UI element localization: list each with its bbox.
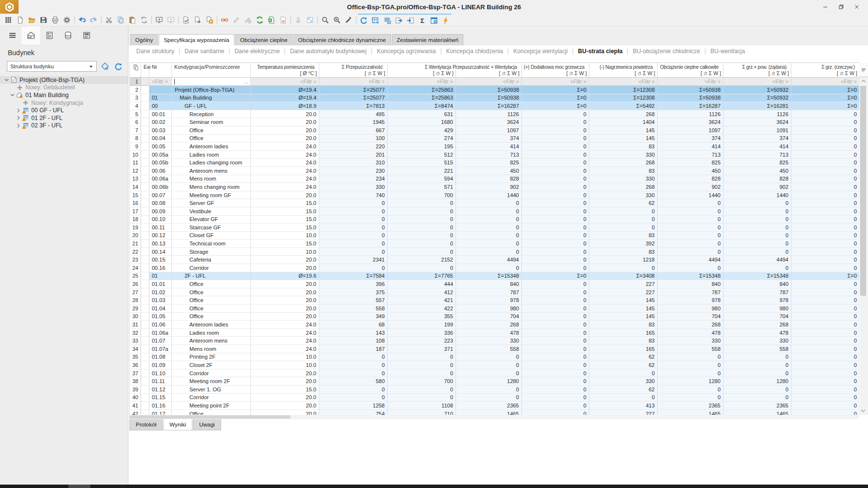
column-header[interactable]: Nr — [149, 63, 172, 78]
room-name-cell[interactable]: Mens changing room — [172, 183, 251, 191]
value-cell[interactable]: 478 — [456, 328, 522, 337]
ew-cell[interactable] — [141, 369, 149, 377]
room-name-cell[interactable]: Corridor — [172, 369, 251, 377]
value-cell[interactable]: 100 — [319, 134, 388, 142]
sidebar-tab-building[interactable] — [21, 26, 40, 44]
value-cell[interactable]: 704 — [723, 312, 791, 321]
value-cell[interactable]: 68 — [319, 321, 388, 329]
column-header[interactable]: Kondygnacja/Pomieszczenie — [172, 63, 251, 78]
value-cell[interactable]: 0 — [791, 142, 860, 151]
refresh-icon[interactable] — [358, 15, 369, 26]
ew-cell[interactable] — [141, 207, 149, 215]
export-right-icon[interactable] — [393, 15, 404, 26]
value-cell[interactable]: 0 — [388, 353, 456, 361]
value-cell[interactable]: 0 — [658, 199, 723, 207]
value-cell[interactable]: 0 — [723, 264, 791, 272]
value-cell[interactable]: 0 — [791, 312, 860, 321]
value-cell[interactable]: Σ=0 — [791, 94, 860, 102]
save-icon[interactable] — [38, 15, 49, 25]
temperature-cell[interactable]: 24.0 — [251, 337, 319, 345]
value-cell[interactable]: 0 — [522, 402, 589, 410]
ew-cell[interactable] — [141, 175, 149, 183]
filter-cell[interactable]: <Filtr > — [522, 78, 589, 86]
room-name-cell[interactable]: Mens room — [172, 175, 251, 183]
value-cell[interactable]: 840 — [723, 280, 791, 288]
value-cell[interactable]: 0 — [658, 369, 723, 377]
value-cell[interactable]: 0 — [522, 409, 589, 415]
temperature-cell[interactable]: 15.0 — [251, 240, 319, 248]
edit-zero-icon[interactable]: 0 — [243, 15, 253, 25]
temperature-cell[interactable]: 24.0 — [251, 345, 319, 353]
value-cell[interactable]: 0 — [522, 183, 589, 191]
vertical-scrollbar[interactable] — [859, 62, 868, 415]
value-cell[interactable]: 704 — [658, 312, 723, 321]
ew-cell[interactable] — [141, 110, 149, 118]
ew-cell[interactable] — [141, 159, 149, 167]
value-cell[interactable]: 0 — [319, 199, 388, 207]
room-name-cell[interactable]: Printing 2F — [172, 353, 251, 361]
value-cell[interactable]: 0 — [456, 393, 522, 402]
value-cell[interactable]: 0 — [319, 385, 388, 393]
value-cell[interactable]: 978 — [723, 296, 791, 305]
room-name-cell[interactable]: Anteroom mens — [172, 337, 251, 345]
row-number[interactable]: 19 — [130, 224, 141, 232]
value-cell[interactable]: 1280 — [456, 377, 522, 386]
export-excel-icon[interactable] — [266, 15, 277, 25]
value-cell[interactable]: 0 — [723, 361, 791, 369]
tree-item[interactable]: Nowy: Kondygnacja — [0, 99, 128, 107]
value-cell[interactable]: 0 — [791, 224, 860, 232]
column-header[interactable]: Temperatura pomieszczenia[ Ø °C ] — [251, 63, 319, 78]
tree-item[interactable]: 01 Main Building — [0, 91, 128, 99]
value-cell[interactable]: 0 — [791, 183, 860, 191]
value-cell[interactable]: 558 — [658, 345, 723, 353]
value-cell[interactable]: 0 — [589, 215, 658, 224]
tree-item[interactable]: 01 2F - UFL — [0, 114, 128, 122]
row-number[interactable]: 13 — [130, 175, 141, 183]
value-cell[interactable]: 713 — [723, 150, 791, 159]
value-cell[interactable]: 0 — [319, 361, 388, 369]
room-name-cell[interactable]: Server 1. OG — [172, 385, 251, 393]
room-name-cell[interactable]: Cafeteria — [172, 256, 251, 264]
value-cell[interactable]: 787 — [723, 288, 791, 296]
value-cell[interactable]: Σ=50938 — [658, 86, 723, 94]
value-cell[interactable]: 478 — [658, 328, 723, 337]
row-number[interactable]: 41 — [130, 402, 141, 410]
value-cell[interactable]: 0 — [522, 118, 589, 126]
scroll-up-arrow[interactable] — [859, 77, 868, 85]
room-name-cell[interactable]: Meeting point 2F — [172, 402, 251, 410]
room-name-cell[interactable]: Office — [172, 409, 251, 415]
temperature-cell[interactable]: 24.0 — [251, 159, 319, 167]
value-cell[interactable]: Σ=8474 — [388, 102, 456, 110]
nr-cell[interactable]: 00.08 — [149, 199, 172, 207]
value-cell[interactable]: 0 — [522, 353, 589, 361]
value-cell[interactable]: 700 — [388, 191, 456, 199]
tree-item[interactable]: 00 GF - UFL — [0, 106, 128, 114]
document-forward-icon[interactable] — [192, 15, 203, 25]
room-name-cell[interactable]: Projekt (Office-Bsp-TGA) — [172, 86, 251, 94]
value-cell[interactable]: 392 — [589, 240, 658, 248]
tag-settings-button[interactable] — [100, 61, 110, 71]
temperature-cell[interactable]: 24.0 — [251, 321, 319, 329]
room-name-cell[interactable]: Closet GF — [172, 231, 251, 240]
undo-icon[interactable] — [77, 15, 87, 25]
settings-icon[interactable] — [62, 15, 72, 25]
tree-item[interactable]: Projekt (Office-Bsp-TGA) — [0, 76, 128, 84]
value-cell[interactable]: 700 — [388, 377, 456, 386]
value-cell[interactable]: 0 — [319, 247, 388, 256]
temperature-cell[interactable]: 20.0 — [251, 110, 319, 118]
value-cell[interactable]: 1680 — [388, 118, 456, 126]
room-name-cell[interactable]: Office — [172, 312, 251, 321]
temperature-cell[interactable]: 24.0 — [251, 166, 319, 175]
row-number[interactable]: 4 — [130, 102, 141, 110]
close-button[interactable] — [851, 2, 862, 12]
tab-specyfikacja-wyposażenia[interactable]: Specyfikacja wyposażenia — [159, 34, 234, 45]
value-cell[interactable]: Σ=0 — [522, 102, 589, 110]
nr-cell[interactable]: 00.05a — [149, 150, 172, 159]
tree-item[interactable]: Nowy: Gebäudeteil — [0, 84, 128, 92]
chevron-down-icon[interactable] — [9, 92, 16, 99]
value-cell[interactable]: 450 — [658, 166, 723, 175]
column-header[interactable]: Ew — [141, 63, 149, 78]
ew-cell[interactable] — [141, 86, 149, 94]
value-cell[interactable]: 165 — [589, 328, 658, 337]
value-cell[interactable]: 375 — [319, 288, 388, 296]
